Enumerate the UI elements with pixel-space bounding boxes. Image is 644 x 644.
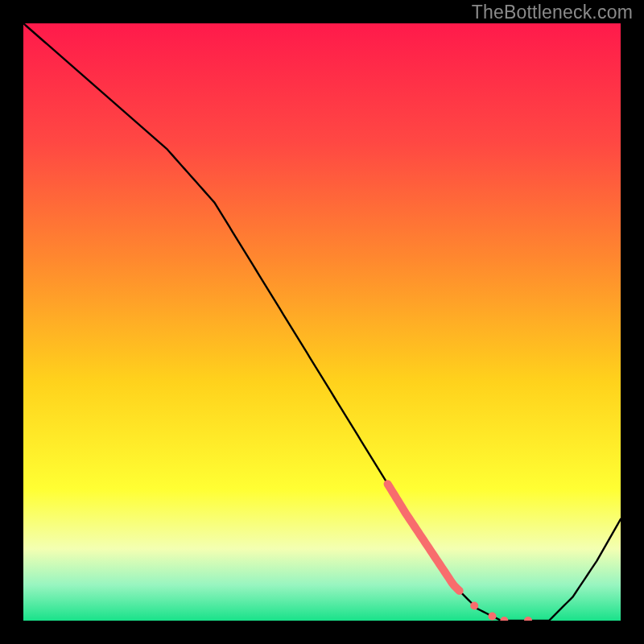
highlight-dot [470,601,478,609]
highlight-dot [488,612,496,620]
gradient-background [23,23,621,621]
watermark-text: TheBottleneck.com [472,2,633,23]
chart-svg [23,23,621,621]
